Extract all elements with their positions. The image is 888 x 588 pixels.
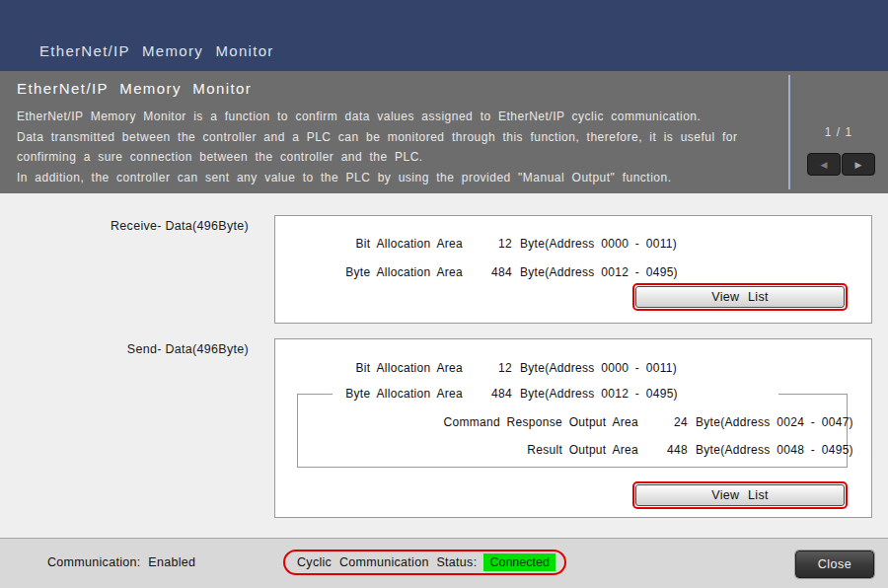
send-data-label: Send- Data(496Byte): [51, 342, 249, 356]
page-next-button[interactable]: ▶: [842, 153, 875, 176]
area-size: 484: [471, 387, 512, 401]
footer-bar: Communication: Enabled Cyclic Communicat…: [0, 538, 888, 588]
cyclic-status-label: Cyclic Communication Status:: [297, 555, 477, 569]
description-line: In addition, the controller can sent any…: [17, 168, 781, 188]
window-title: EtherNet/IP Memory Monitor: [39, 42, 274, 59]
close-button[interactable]: Close: [795, 551, 874, 578]
description-text: EtherNet/IP Memory Monitor is a function…: [17, 107, 781, 187]
receive-data-label: Receive- Data(496Byte): [51, 219, 249, 233]
area-name: Result Output Area: [275, 443, 638, 457]
area-size: 448: [646, 443, 688, 457]
description-heading: EtherNet/IP Memory Monitor: [17, 80, 252, 97]
area-range: Byte(Address 0000 - 0011): [520, 237, 677, 251]
main-area: Receive- Data(496Byte) Bit Allocation Ar…: [0, 193, 888, 538]
title-bar: EtherNet/IP Memory Monitor: [0, 0, 888, 71]
area-name: Bit Allocation Area: [275, 361, 463, 375]
area-name: Bit Allocation Area: [275, 237, 463, 251]
byte-allocation-group-border-segment: [778, 394, 848, 395]
area-name: Byte Allocation Area: [275, 387, 463, 401]
area-size: 484: [471, 265, 512, 279]
send-data-box: Bit Allocation Area 12 Byte(Address 0000…: [274, 338, 872, 518]
description-panel: EtherNet/IP Memory Monitor EtherNet/IP M…: [0, 71, 888, 193]
page-indicator: 1 / 1: [789, 125, 888, 139]
area-size: 12: [471, 237, 512, 251]
description-line: EtherNet/IP Memory Monitor is a function…: [17, 107, 781, 127]
description-line: confirming a sure connection between the…: [17, 147, 781, 168]
send-view-list-button[interactable]: View List: [635, 484, 845, 506]
chevron-left-icon: ◀: [821, 160, 828, 170]
area-range: Byte(Address 0012 - 0495): [520, 387, 678, 401]
ethernet-ip-memory-monitor-dialog: EtherNet/IP Memory Monitor EtherNet/IP M…: [0, 0, 888, 588]
receive-view-list-button[interactable]: View List: [635, 286, 845, 308]
cyclic-status-badge: Connected: [483, 553, 555, 571]
area-name: Byte Allocation Area: [275, 265, 463, 279]
communication-status: Communication: Enabled: [47, 555, 195, 569]
send-view-list-highlight: View List: [632, 481, 848, 509]
chevron-right-icon: ▶: [855, 160, 862, 170]
area-range: Byte(Address 0024 - 0047): [696, 415, 853, 429]
description-line: Data transmitted between the controller …: [17, 127, 781, 148]
cyclic-status-highlight: Cyclic Communication Status: Connected: [283, 550, 566, 575]
area-range: Byte(Address 0000 - 0011): [520, 361, 677, 375]
area-range: Byte(Address 0012 - 0495): [520, 265, 678, 279]
area-size: 24: [646, 415, 688, 429]
area-size: 12: [471, 361, 512, 375]
receive-view-list-highlight: View List: [632, 283, 848, 311]
area-range: Byte(Address 0048 - 0495): [696, 443, 853, 457]
receive-data-box: Bit Allocation Area 12 Byte(Address 0000…: [274, 215, 872, 324]
page-prev-button[interactable]: ◀: [807, 153, 841, 176]
pager: 1 / 1 ◀ ▶: [789, 71, 888, 193]
area-name: Command Response Output Area: [275, 415, 638, 429]
